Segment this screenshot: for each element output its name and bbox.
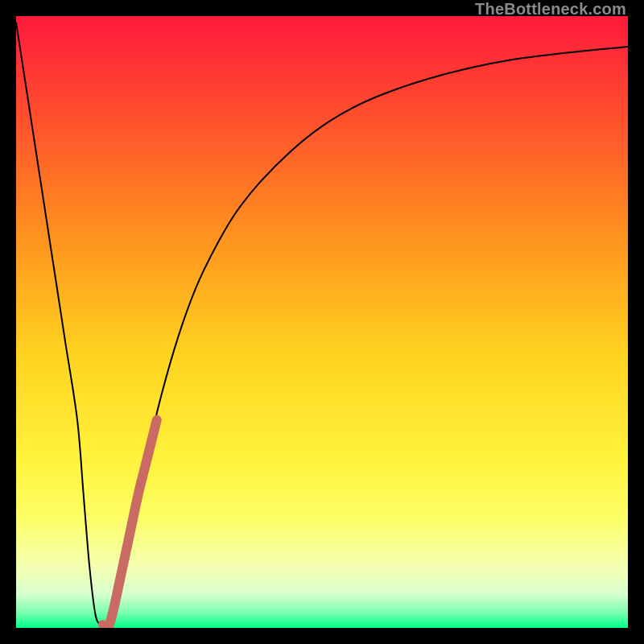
gradient-background — [16, 16, 628, 628]
plot-area — [16, 16, 628, 628]
chart-svg — [16, 16, 628, 628]
chart-frame: TheBottleneck.com — [0, 0, 644, 644]
